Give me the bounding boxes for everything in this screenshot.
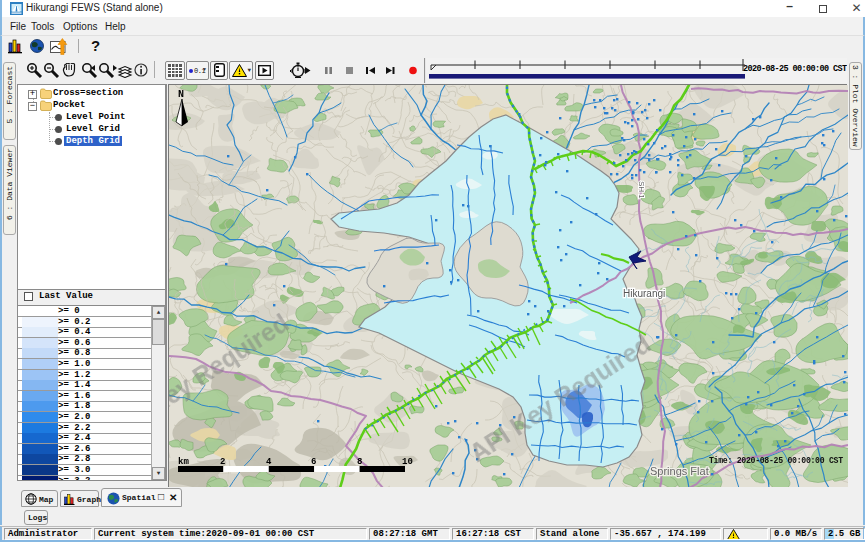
svg-text:km: km <box>178 457 189 467</box>
svg-text:Springs Flat: Springs Flat <box>650 465 709 477</box>
svg-text:SH 1: SH 1 <box>637 181 646 199</box>
svg-text:Time: 2020-08-25 00:00:00 CST: Time: 2020-08-25 00:00:00 CST <box>709 456 843 465</box>
svg-text:10: 10 <box>402 457 413 467</box>
svg-text:6: 6 <box>311 457 316 467</box>
svg-text:2: 2 <box>220 457 225 467</box>
svg-text:N: N <box>178 89 184 100</box>
svg-text:4: 4 <box>266 457 272 467</box>
svg-text:Hikurangi: Hikurangi <box>623 288 665 299</box>
svg-text:8: 8 <box>357 457 362 467</box>
